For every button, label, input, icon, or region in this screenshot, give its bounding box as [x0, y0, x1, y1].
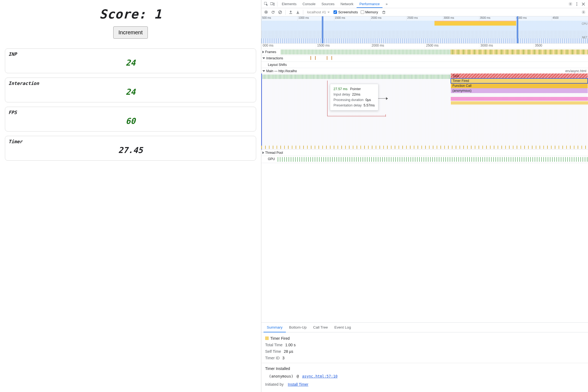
svg-rect-11	[383, 11, 385, 14]
detail-tab-bottomup[interactable]: Bottom-Up	[286, 323, 310, 332]
metric-value: 27.45	[8, 145, 253, 155]
clear-icon[interactable]	[277, 9, 283, 15]
color-swatch-icon	[265, 336, 269, 340]
detail-val: 28 µs	[284, 349, 293, 354]
memory-label: Memory	[365, 10, 378, 14]
track-interactions[interactable]: Interactions	[261, 55, 588, 62]
tab-console[interactable]: Console	[300, 0, 318, 8]
gpu-label: GPU	[268, 157, 275, 161]
tooltip-k: Processing duration	[333, 98, 363, 102]
interaction-tooltip: 27.57 ms Pointer Input delay 22ms Proces…	[330, 84, 378, 111]
track-layout-shifts[interactable]: Layout Shifts	[261, 62, 588, 68]
initiated-by-link[interactable]: Install Timer	[288, 382, 308, 387]
upload-icon[interactable]	[288, 9, 294, 15]
recording-select[interactable]: localhost #1	[305, 10, 331, 14]
track-frames[interactable]: Frames	[261, 49, 588, 55]
ruler-tick: 2000 ms	[370, 44, 425, 49]
metric-value: 24	[8, 87, 253, 97]
metric-card-interaction: Interaction 24	[5, 78, 256, 102]
flame-function-call[interactable]: Function Call	[451, 83, 588, 88]
close-icon[interactable]	[580, 1, 586, 7]
svg-rect-1	[270, 2, 273, 5]
initiator-section: Timer Installed (anonymous) @ async.html…	[261, 363, 588, 392]
main-url-suffix: ers/async.html	[565, 69, 586, 73]
gpu-bars	[278, 157, 588, 162]
detail-val: 1.00 s	[285, 343, 296, 347]
ruler-tick: 2500 ms	[425, 44, 479, 49]
flame-stack: Task Timer Fired Function Call (anonymou…	[451, 74, 588, 93]
main-pink-row	[451, 97, 588, 101]
device-toolbar-icon[interactable]	[270, 1, 275, 7]
ruler-tick: 2500 ms	[406, 16, 443, 21]
separator	[303, 10, 303, 15]
tooltip-type: Pointer	[350, 87, 361, 91]
tooltip-anchor-h	[327, 116, 386, 116]
frames-label: Frames	[265, 50, 276, 54]
tooltip-v: 22ms	[352, 93, 360, 96]
tab-performance[interactable]: Performance	[357, 0, 382, 8]
inspect-element-icon[interactable]	[263, 1, 269, 7]
kebab-menu-icon[interactable]	[574, 1, 580, 7]
flame-chart[interactable]: 000 ms 1500 ms 2000 ms 2500 ms 3000 ms 3…	[261, 44, 588, 323]
tab-network[interactable]: Network	[338, 0, 356, 8]
ruler-tick: 3500 ms	[479, 16, 515, 21]
threadpool-label: Thread Pool	[265, 151, 283, 155]
ruler-tick: 1000 ms	[298, 16, 334, 21]
chevron-right-icon	[262, 151, 264, 154]
tab-elements[interactable]: Elements	[279, 0, 299, 8]
stack-location-link[interactable]: async.html:57:10	[302, 374, 338, 378]
capture-settings-icon[interactable]	[580, 9, 586, 15]
svg-point-5	[577, 4, 577, 4]
stack-function: (anonymous)	[269, 374, 293, 378]
layout-shifts-label: Layout Shifts	[268, 63, 287, 67]
checkbox-checked-icon	[333, 10, 337, 14]
tab-more[interactable]: »	[383, 0, 390, 8]
chevron-down-icon	[262, 70, 265, 72]
performance-toolbar: localhost #1 Screenshots Memory	[261, 8, 588, 16]
overview-handle-right[interactable]	[517, 16, 518, 43]
settings-icon[interactable]	[567, 1, 573, 7]
details-title: Timer Fired	[270, 336, 290, 341]
gc-icon[interactable]	[381, 9, 387, 15]
stack-at: @	[297, 374, 299, 378]
increment-button[interactable]: Increment	[113, 26, 148, 39]
overview-activity	[434, 21, 516, 26]
detail-tab-summary[interactable]: Summary	[264, 323, 286, 332]
overview-handle-left[interactable]	[322, 16, 323, 43]
tooltip-arrow-icon	[378, 97, 388, 100]
metric-value: 60	[8, 116, 253, 126]
detail-tab-calltree[interactable]: Call Tree	[310, 323, 331, 332]
flame-task[interactable]: Task	[451, 74, 588, 78]
track-gpu[interactable]: GPU	[261, 156, 588, 163]
metric-card-fps: FPS 60	[5, 107, 256, 131]
flame-anonymous[interactable]: (anonymous)	[451, 88, 588, 93]
metric-card-inp: INP 24	[5, 48, 256, 73]
svg-line-10	[279, 11, 281, 13]
detail-tab-eventlog[interactable]: Event Log	[331, 323, 354, 332]
tooltip-k: Input delay	[333, 93, 350, 96]
tooltip-k: Presentation delay	[333, 103, 362, 107]
track-thread-pool[interactable]: Thread Pool	[261, 150, 588, 156]
cpu-label: CPU	[582, 22, 587, 26]
svg-point-4	[577, 2, 577, 3]
download-icon[interactable]	[295, 9, 301, 15]
flame-ruler: 000 ms 1500 ms 2000 ms 2500 ms 3000 ms 3…	[261, 44, 588, 49]
record-icon[interactable]	[263, 9, 269, 15]
metric-value: 24	[8, 58, 253, 68]
ruler-tick: 500 ms	[261, 16, 298, 21]
metric-label: Interaction	[8, 81, 253, 86]
reload-record-icon[interactable]	[270, 9, 276, 15]
metric-label: FPS	[8, 110, 253, 115]
tab-sources[interactable]: Sources	[319, 0, 337, 8]
screenshots-checkbox[interactable]: Screenshots	[333, 10, 358, 14]
overview-strip[interactable]: 500 ms 1000 ms 1500 ms 2000 ms 2500 ms 3…	[261, 16, 588, 44]
main-yellow-row	[451, 101, 588, 105]
track-main[interactable]: Main — http://localho ers/async.html Tas…	[261, 68, 588, 150]
tooltip-v: 0µs	[365, 98, 371, 102]
flame-timer-fired[interactable]: Timer Fired	[451, 78, 588, 83]
checkbox-unchecked-icon	[361, 10, 364, 14]
ruler-tick: 2000 ms	[370, 16, 406, 21]
memory-checkbox[interactable]: Memory	[361, 10, 378, 14]
ruler-tick: 4500	[552, 16, 588, 21]
demo-page: Score: 1 Increment INP 24 Interaction 24…	[0, 0, 261, 392]
